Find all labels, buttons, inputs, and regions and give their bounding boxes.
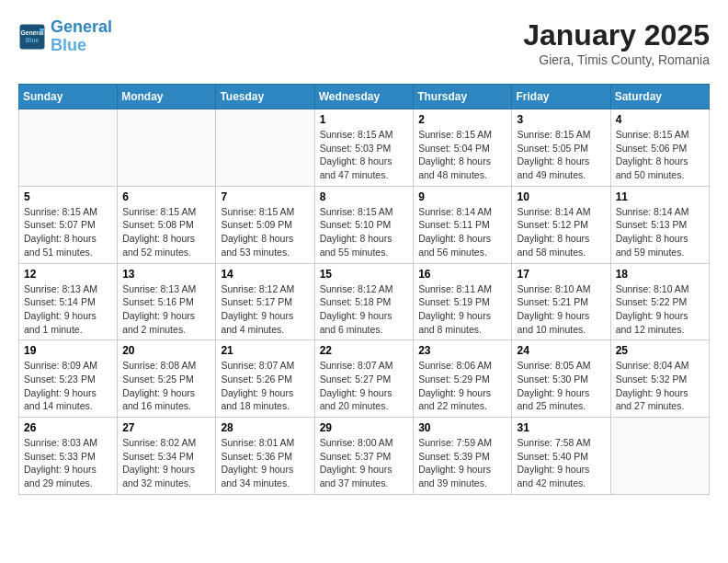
weekday-header: Friday bbox=[512, 85, 610, 109]
day-info: Sunrise: 8:15 AM Sunset: 5:06 PM Dayligh… bbox=[616, 128, 704, 182]
day-number: 8 bbox=[320, 190, 409, 203]
day-number: 23 bbox=[418, 344, 506, 357]
weekday-header: Sunday bbox=[19, 85, 118, 109]
calendar-header-row: SundayMondayTuesdayWednesdayThursdayFrid… bbox=[19, 85, 710, 109]
logo-text: General Blue bbox=[51, 18, 112, 55]
calendar-day-cell: 14Sunrise: 8:12 AM Sunset: 5:17 PM Dayli… bbox=[216, 263, 314, 340]
calendar-day-cell: 25Sunrise: 8:04 AM Sunset: 5:32 PM Dayli… bbox=[610, 340, 709, 418]
weekday-header: Monday bbox=[118, 85, 216, 109]
day-number: 31 bbox=[517, 421, 605, 434]
day-number: 28 bbox=[221, 421, 309, 434]
day-number: 20 bbox=[122, 344, 210, 357]
calendar-day-cell: 9Sunrise: 8:14 AM Sunset: 5:11 PM Daylig… bbox=[414, 186, 512, 263]
calendar-day-cell: 20Sunrise: 8:08 AM Sunset: 5:25 PM Dayli… bbox=[118, 340, 216, 418]
calendar-day-cell: 6Sunrise: 8:15 AM Sunset: 5:08 PM Daylig… bbox=[118, 186, 216, 263]
calendar-subtitle: Giera, Timis County, Romania bbox=[523, 52, 710, 67]
calendar-day-cell: 27Sunrise: 8:02 AM Sunset: 5:34 PM Dayli… bbox=[118, 418, 216, 495]
calendar-day-cell: 7Sunrise: 8:15 AM Sunset: 5:09 PM Daylig… bbox=[216, 186, 314, 263]
day-info: Sunrise: 8:12 AM Sunset: 5:17 PM Dayligh… bbox=[221, 282, 309, 337]
day-number: 19 bbox=[24, 344, 112, 357]
calendar-table: SundayMondayTuesdayWednesdayThursdayFrid… bbox=[18, 84, 710, 495]
day-number: 10 bbox=[517, 190, 605, 203]
day-info: Sunrise: 8:15 AM Sunset: 5:05 PM Dayligh… bbox=[517, 128, 605, 182]
day-info: Sunrise: 7:58 AM Sunset: 5:40 PM Dayligh… bbox=[517, 436, 605, 490]
calendar-day-cell: 15Sunrise: 8:12 AM Sunset: 5:18 PM Dayli… bbox=[314, 263, 414, 340]
calendar-day-cell: 30Sunrise: 7:59 AM Sunset: 5:39 PM Dayli… bbox=[414, 418, 512, 495]
day-number: 30 bbox=[418, 421, 506, 434]
day-info: Sunrise: 8:15 AM Sunset: 5:03 PM Dayligh… bbox=[320, 128, 409, 182]
calendar-day-cell: 5Sunrise: 8:15 AM Sunset: 5:07 PM Daylig… bbox=[19, 186, 118, 263]
day-number: 11 bbox=[616, 190, 704, 203]
day-number: 26 bbox=[24, 421, 112, 434]
calendar-day-cell: 10Sunrise: 8:14 AM Sunset: 5:12 PM Dayli… bbox=[512, 186, 610, 263]
calendar-day-cell: 4Sunrise: 8:15 AM Sunset: 5:06 PM Daylig… bbox=[610, 109, 709, 187]
day-number: 15 bbox=[320, 268, 409, 281]
calendar-day-cell: 17Sunrise: 8:10 AM Sunset: 5:21 PM Dayli… bbox=[512, 263, 610, 340]
calendar-week-row: 12Sunrise: 8:13 AM Sunset: 5:14 PM Dayli… bbox=[19, 263, 710, 340]
day-number: 17 bbox=[517, 268, 605, 281]
day-info: Sunrise: 8:12 AM Sunset: 5:18 PM Dayligh… bbox=[320, 282, 409, 337]
day-number: 1 bbox=[320, 113, 409, 126]
title-section: January 2025 Giera, Timis County, Romani… bbox=[523, 18, 710, 67]
day-info: Sunrise: 8:03 AM Sunset: 5:33 PM Dayligh… bbox=[24, 436, 112, 490]
day-info: Sunrise: 8:13 AM Sunset: 5:14 PM Dayligh… bbox=[24, 282, 112, 337]
day-info: Sunrise: 8:14 AM Sunset: 5:13 PM Dayligh… bbox=[616, 205, 704, 259]
calendar-day-cell: 23Sunrise: 8:06 AM Sunset: 5:29 PM Dayli… bbox=[414, 340, 512, 418]
day-info: Sunrise: 8:15 AM Sunset: 5:10 PM Dayligh… bbox=[320, 205, 409, 259]
day-number: 27 bbox=[122, 421, 210, 434]
calendar-day-cell bbox=[610, 418, 709, 495]
calendar-day-cell: 26Sunrise: 8:03 AM Sunset: 5:33 PM Dayli… bbox=[19, 418, 118, 495]
day-number: 9 bbox=[418, 190, 506, 203]
day-info: Sunrise: 8:15 AM Sunset: 5:09 PM Dayligh… bbox=[221, 205, 309, 259]
day-info: Sunrise: 8:06 AM Sunset: 5:29 PM Dayligh… bbox=[418, 359, 506, 413]
calendar-day-cell: 24Sunrise: 8:05 AM Sunset: 5:30 PM Dayli… bbox=[512, 340, 610, 418]
day-info: Sunrise: 8:15 AM Sunset: 5:07 PM Dayligh… bbox=[24, 205, 112, 259]
day-info: Sunrise: 8:04 AM Sunset: 5:32 PM Dayligh… bbox=[616, 359, 704, 413]
calendar-week-row: 5Sunrise: 8:15 AM Sunset: 5:07 PM Daylig… bbox=[19, 186, 710, 263]
day-number: 7 bbox=[221, 190, 309, 203]
svg-text:Blue: Blue bbox=[26, 37, 40, 43]
weekday-header: Saturday bbox=[610, 85, 709, 109]
calendar-day-cell: 13Sunrise: 8:13 AM Sunset: 5:16 PM Dayli… bbox=[118, 263, 216, 340]
calendar-body: 1Sunrise: 8:15 AM Sunset: 5:03 PM Daylig… bbox=[19, 109, 710, 495]
day-info: Sunrise: 8:05 AM Sunset: 5:30 PM Dayligh… bbox=[517, 359, 605, 413]
day-number: 25 bbox=[616, 344, 704, 357]
calendar-day-cell: 8Sunrise: 8:15 AM Sunset: 5:10 PM Daylig… bbox=[314, 186, 414, 263]
day-number: 13 bbox=[122, 268, 210, 281]
day-info: Sunrise: 8:02 AM Sunset: 5:34 PM Dayligh… bbox=[122, 436, 210, 490]
calendar-week-row: 19Sunrise: 8:09 AM Sunset: 5:23 PM Dayli… bbox=[19, 340, 710, 418]
day-info: Sunrise: 8:01 AM Sunset: 5:36 PM Dayligh… bbox=[221, 436, 309, 490]
logo-line1: General bbox=[51, 17, 112, 36]
day-number: 4 bbox=[616, 113, 704, 126]
weekday-header: Thursday bbox=[414, 85, 512, 109]
day-info: Sunrise: 8:10 AM Sunset: 5:22 PM Dayligh… bbox=[616, 282, 704, 337]
day-number: 3 bbox=[517, 113, 605, 126]
calendar-day-cell bbox=[216, 109, 314, 187]
day-info: Sunrise: 8:10 AM Sunset: 5:21 PM Dayligh… bbox=[517, 282, 605, 337]
day-info: Sunrise: 8:14 AM Sunset: 5:12 PM Dayligh… bbox=[517, 205, 605, 259]
day-info: Sunrise: 7:59 AM Sunset: 5:39 PM Dayligh… bbox=[418, 436, 506, 490]
calendar-day-cell: 1Sunrise: 8:15 AM Sunset: 5:03 PM Daylig… bbox=[314, 109, 414, 187]
weekday-header: Wednesday bbox=[314, 85, 414, 109]
day-number: 29 bbox=[320, 421, 409, 434]
logo-line2: Blue bbox=[51, 36, 86, 54]
calendar-week-row: 1Sunrise: 8:15 AM Sunset: 5:03 PM Daylig… bbox=[19, 109, 710, 187]
day-number: 5 bbox=[24, 190, 112, 203]
calendar-day-cell: 19Sunrise: 8:09 AM Sunset: 5:23 PM Dayli… bbox=[19, 340, 118, 418]
calendar-day-cell bbox=[118, 109, 216, 187]
day-number: 16 bbox=[418, 268, 506, 281]
calendar-day-cell: 22Sunrise: 8:07 AM Sunset: 5:27 PM Dayli… bbox=[314, 340, 414, 418]
day-number: 22 bbox=[320, 344, 409, 357]
calendar-week-row: 26Sunrise: 8:03 AM Sunset: 5:33 PM Dayli… bbox=[19, 418, 710, 495]
day-info: Sunrise: 8:07 AM Sunset: 5:27 PM Dayligh… bbox=[320, 359, 409, 413]
day-info: Sunrise: 8:15 AM Sunset: 5:04 PM Dayligh… bbox=[418, 128, 506, 182]
day-number: 12 bbox=[24, 268, 112, 281]
day-info: Sunrise: 8:07 AM Sunset: 5:26 PM Dayligh… bbox=[221, 359, 309, 413]
day-info: Sunrise: 8:14 AM Sunset: 5:11 PM Dayligh… bbox=[418, 205, 506, 259]
day-number: 21 bbox=[221, 344, 309, 357]
day-info: Sunrise: 8:00 AM Sunset: 5:37 PM Dayligh… bbox=[320, 436, 409, 490]
calendar-day-cell: 11Sunrise: 8:14 AM Sunset: 5:13 PM Dayli… bbox=[610, 186, 709, 263]
calendar-day-cell: 29Sunrise: 8:00 AM Sunset: 5:37 PM Dayli… bbox=[314, 418, 414, 495]
logo-icon: General Blue bbox=[18, 23, 46, 51]
day-info: Sunrise: 8:15 AM Sunset: 5:08 PM Dayligh… bbox=[122, 205, 210, 259]
